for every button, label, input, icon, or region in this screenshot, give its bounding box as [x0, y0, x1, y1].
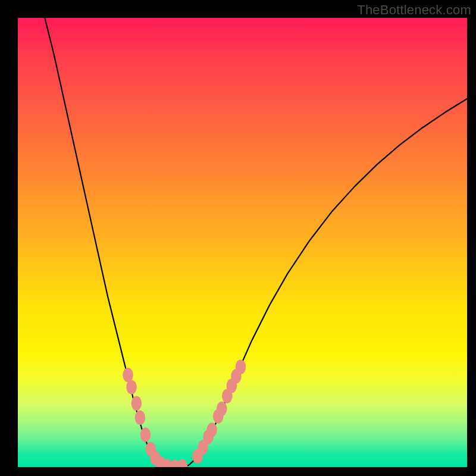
curve-layer — [18, 18, 467, 467]
right-branch-line — [189, 99, 467, 465]
data-marker — [217, 402, 227, 416]
data-marker — [177, 459, 188, 467]
data-marker — [135, 411, 146, 425]
plot-area — [18, 18, 467, 467]
data-marker — [236, 359, 246, 374]
left-branch-line — [45, 18, 161, 466]
data-marker — [131, 396, 142, 411]
data-marker — [126, 380, 137, 394]
data-markers — [123, 359, 246, 467]
chart-stage: TheBottleneck.com — [0, 0, 476, 476]
data-marker — [140, 427, 151, 441]
watermark-text: TheBottleneck.com — [357, 2, 471, 18]
data-marker — [206, 422, 217, 437]
